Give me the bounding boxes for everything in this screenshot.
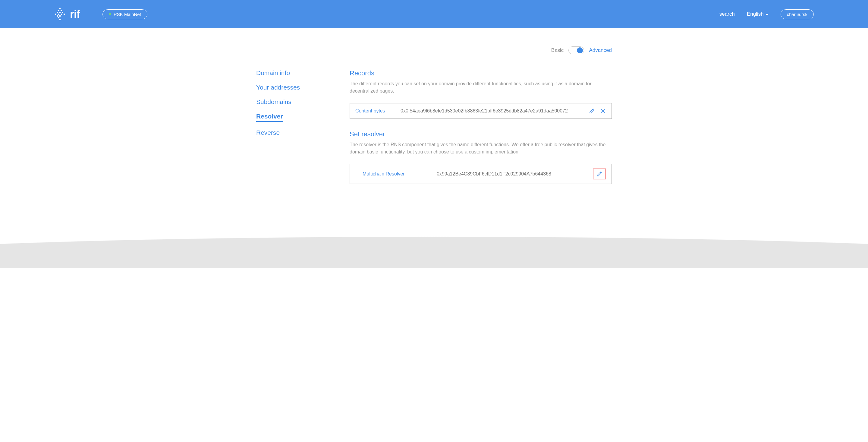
resolver-desc: The resolver is the RNS component that g…	[350, 141, 612, 155]
svg-rect-1	[58, 10, 59, 11]
header-right: search English charlie.rsk	[719, 9, 814, 19]
logo[interactable]: rif	[54, 8, 80, 21]
resolver-label: Multichain Resolver	[355, 171, 437, 177]
sidebar: Domain info Your addresses Subdomains Re…	[256, 69, 310, 144]
svg-rect-7	[58, 13, 59, 15]
svg-rect-13	[59, 19, 61, 20]
main-row: Domain info Your addresses Subdomains Re…	[256, 69, 612, 184]
svg-rect-0	[59, 8, 61, 9]
mode-basic-label[interactable]: Basic	[551, 47, 564, 53]
svg-rect-10	[57, 16, 58, 17]
language-select[interactable]: English	[747, 11, 769, 17]
resolver-title: Set resolver	[350, 130, 612, 138]
close-icon	[600, 108, 606, 114]
sidebar-item-your-addresses[interactable]: Your addresses	[256, 84, 310, 91]
svg-rect-5	[62, 12, 63, 13]
rif-logo-icon	[54, 8, 66, 20]
sidebar-item-resolver[interactable]: Resolver	[256, 113, 283, 122]
pencil-icon	[589, 108, 595, 114]
svg-rect-2	[61, 10, 62, 11]
svg-rect-9	[64, 13, 65, 15]
domain-badge[interactable]: charlie.rsk	[781, 9, 814, 19]
records-desc: The different records you can set on you…	[350, 80, 612, 95]
resolver-value: 0x99a12Be4C89CbF6cfD11d1F2c029904A7b6443…	[437, 171, 593, 177]
record-label: Content bytes	[355, 108, 401, 114]
sidebar-item-domain-info[interactable]: Domain info	[256, 69, 310, 77]
language-label: English	[747, 11, 764, 17]
svg-rect-4	[59, 12, 61, 13]
network-badge[interactable]: RSK MainNet	[102, 9, 147, 19]
domain-label: charlie.rsk	[787, 12, 807, 17]
svg-rect-3	[57, 12, 58, 13]
sidebar-item-reverse[interactable]: Reverse	[256, 129, 310, 136]
record-row: Content bytes 0x0f54aea9f6b8efe1d530e02f…	[350, 103, 612, 119]
edit-resolver-button[interactable]	[593, 169, 606, 179]
main: Records The different records you can se…	[350, 69, 612, 184]
svg-rect-6	[55, 13, 56, 15]
record-value: 0x0f54aea9f6b8efe1d530e02fb8863fe21bff6e…	[401, 108, 589, 114]
header: rif RSK MainNet search English charlie.r…	[0, 0, 868, 28]
toggle-knob-icon	[577, 47, 583, 53]
network-status-dot-icon	[109, 13, 111, 16]
chevron-down-icon	[766, 11, 769, 17]
content: Basic Advanced Domain info Your addresse…	[256, 28, 612, 184]
logo-text: rif	[70, 8, 80, 21]
sidebar-item-subdomains[interactable]: Subdomains	[256, 98, 310, 106]
record-actions	[589, 108, 606, 114]
svg-rect-11	[59, 16, 61, 17]
network-label: RSK MainNet	[114, 12, 141, 17]
edit-record-button[interactable]	[589, 108, 595, 114]
mode-toggle[interactable]	[568, 47, 584, 54]
mode-toggle-row: Basic Advanced	[256, 47, 612, 54]
search-link[interactable]: search	[719, 11, 735, 17]
mode-advanced-label[interactable]: Advanced	[589, 47, 612, 53]
svg-rect-8	[61, 13, 62, 15]
svg-rect-12	[58, 17, 59, 19]
delete-record-button[interactable]	[599, 108, 606, 114]
footer-curve	[0, 220, 868, 268]
resolver-row: Multichain Resolver 0x99a12Be4C89CbF6cfD…	[350, 164, 612, 184]
records-title: Records	[350, 69, 612, 77]
pencil-icon	[596, 171, 602, 177]
